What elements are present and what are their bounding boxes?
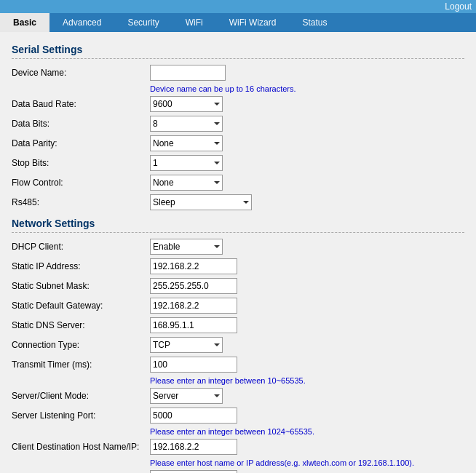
client-port-row: Client Destination Port:	[12, 470, 464, 473]
data-bits-label: Data Bits:	[12, 119, 150, 129]
nav-tabs: Basic Advanced Security WiFi WiFi Wizard…	[0, 13, 476, 32]
static-ip-label: Static IP Address:	[12, 261, 150, 271]
server-port-hint: Please enter an integer between 1024~655…	[150, 427, 464, 436]
device-name-label: Device Name:	[12, 68, 150, 78]
device-name-input[interactable]	[150, 65, 226, 81]
data-parity-label: Data Parity:	[12, 138, 150, 148]
client-port-input[interactable]	[150, 470, 237, 473]
client-host-row: Client Destination Host Name/IP:	[12, 439, 464, 455]
gateway-row: Static Default Gateway:	[12, 298, 464, 314]
baud-rate-label: Data Baud Rate:	[12, 99, 150, 109]
main-content: Serial Settings Device Name: Device name…	[0, 32, 476, 473]
server-port-row: Server Listening Port:	[12, 408, 464, 424]
server-port-input[interactable]	[150, 408, 237, 424]
tab-advanced[interactable]: Advanced	[49, 13, 114, 32]
connection-type-label: Connection Type:	[12, 340, 150, 350]
client-host-hint: Please enter host name or IP address(e.g…	[150, 458, 464, 467]
stop-bits-select[interactable]: 1 2	[150, 155, 223, 171]
transmit-timer-hint: Please enter an integer between 10~65535…	[150, 376, 464, 385]
stop-bits-row: Stop Bits: 1 2	[12, 155, 464, 171]
baud-rate-row: Data Baud Rate: 9600 4800 19200 38400 57…	[12, 96, 464, 112]
data-bits-select[interactable]: 8 7 6 5	[150, 116, 223, 132]
client-host-input[interactable]	[150, 439, 237, 455]
server-client-mode-select[interactable]: Server Client	[150, 388, 223, 404]
rs485-row: Rs485: Sleep Enable Disable	[12, 194, 464, 210]
tab-basic[interactable]: Basic	[0, 13, 49, 32]
data-parity-select[interactable]: None Odd Even	[150, 135, 223, 151]
connection-type-row: Connection Type: TCP UDP	[12, 337, 464, 353]
tab-wifi-wizard[interactable]: WiFi Wizard	[216, 13, 290, 32]
tab-status[interactable]: Status	[289, 13, 340, 32]
gateway-label: Static Default Gateway:	[12, 301, 150, 311]
connection-type-select[interactable]: TCP UDP	[150, 337, 223, 353]
serial-settings-title: Serial Settings	[12, 44, 464, 59]
static-ip-row: Static IP Address:	[12, 258, 464, 274]
rs485-select[interactable]: Sleep Enable Disable	[150, 194, 252, 210]
data-bits-row: Data Bits: 8 7 6 5	[12, 116, 464, 132]
stop-bits-label: Stop Bits:	[12, 158, 150, 168]
tab-wifi[interactable]: WiFi	[172, 13, 216, 32]
dns-row: Static DNS Server:	[12, 317, 464, 333]
dns-label: Static DNS Server:	[12, 320, 150, 330]
top-bar: Logout	[0, 0, 476, 13]
device-name-row: Device Name:	[12, 65, 464, 81]
device-name-hint: Device name can be up to 16 characters.	[150, 84, 464, 93]
static-ip-input[interactable]	[150, 258, 237, 274]
network-settings-title: Network Settings	[12, 218, 464, 233]
logout-button[interactable]: Logout	[445, 1, 472, 12]
gateway-input[interactable]	[150, 298, 237, 314]
transmit-timer-input[interactable]	[150, 357, 237, 373]
subnet-mask-row: Static Subnet Mask:	[12, 278, 464, 294]
subnet-mask-input[interactable]	[150, 278, 237, 294]
server-port-label: Server Listening Port:	[12, 410, 150, 421]
server-client-mode-row: Server/Client Mode: Server Client	[12, 388, 464, 404]
dns-input[interactable]	[150, 317, 237, 333]
flow-control-label: Flow Control:	[12, 178, 150, 188]
subnet-mask-label: Static Subnet Mask:	[12, 281, 150, 291]
transmit-timer-row: Transmit Timer (ms):	[12, 357, 464, 373]
client-host-label: Client Destination Host Name/IP:	[12, 442, 150, 452]
dhcp-client-select[interactable]: Enable Disable	[150, 239, 223, 255]
flow-control-row: Flow Control: None Hardware Software	[12, 175, 464, 191]
tab-security[interactable]: Security	[114, 13, 172, 32]
baud-rate-select[interactable]: 9600 4800 19200 38400 57600 115200	[150, 96, 223, 112]
data-parity-row: Data Parity: None Odd Even	[12, 135, 464, 151]
rs485-label: Rs485:	[12, 197, 150, 207]
flow-control-select[interactable]: None Hardware Software	[150, 175, 223, 191]
dhcp-client-label: DHCP Client:	[12, 242, 150, 252]
server-client-mode-label: Server/Client Mode:	[12, 391, 150, 401]
transmit-timer-label: Transmit Timer (ms):	[12, 359, 150, 370]
dhcp-client-row: DHCP Client: Enable Disable	[12, 239, 464, 255]
